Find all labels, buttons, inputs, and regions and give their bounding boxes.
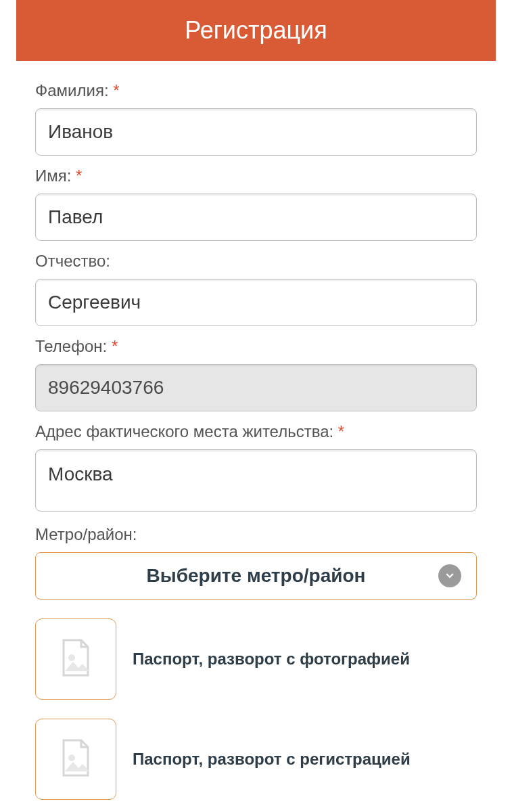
label-metro: Метро/район:	[35, 525, 477, 544]
required-marker: *	[112, 337, 118, 355]
field-surname: Фамилия: *	[35, 81, 477, 156]
image-placeholder-icon	[54, 636, 97, 682]
page: Регистрация Фамилия: * Имя: *	[0, 0, 512, 812]
label-surname-text: Фамилия:	[35, 81, 109, 99]
upload-passport-photo-label: Паспорт, разворот с фотографией	[133, 650, 410, 669]
dropdown-metro-placeholder: Выберите метро/район	[147, 565, 366, 586]
dropdown-metro[interactable]: Выберите метро/район	[35, 552, 477, 600]
required-marker: *	[113, 81, 119, 99]
image-placeholder-icon	[54, 736, 97, 782]
svg-point-0	[68, 654, 75, 661]
field-name: Имя: *	[35, 166, 477, 241]
label-metro-text: Метро/район:	[35, 525, 137, 543]
label-phone: Телефон: *	[35, 337, 477, 356]
input-patronymic[interactable]	[35, 279, 477, 326]
field-phone: Телефон: *	[35, 337, 477, 411]
input-surname[interactable]	[35, 108, 477, 156]
scroll-area[interactable]: Регистрация Фамилия: * Имя: *	[0, 0, 512, 812]
label-address: Адрес фактического места жительства: *	[35, 422, 477, 441]
upload-passport-photo[interactable]	[35, 618, 116, 700]
chevron-down-icon	[438, 564, 461, 587]
label-surname: Фамилия: *	[35, 81, 477, 100]
upload-passport-reg[interactable]	[35, 719, 116, 800]
label-phone-text: Телефон:	[35, 337, 107, 355]
upload-passport-photo-row: Паспорт, разворот с фотографией	[35, 618, 477, 700]
label-name: Имя: *	[35, 166, 477, 185]
label-patronymic: Отчество:	[35, 252, 477, 271]
label-patronymic-text: Отчество:	[35, 252, 110, 270]
input-name[interactable]	[35, 194, 477, 241]
field-patronymic: Отчество:	[35, 252, 477, 326]
spacer	[35, 800, 477, 812]
svg-point-1	[68, 754, 75, 761]
input-address[interactable]	[35, 449, 477, 512]
registration-form: Фамилия: * Имя: * Отчество:	[16, 81, 496, 812]
required-marker: *	[338, 422, 344, 441]
field-metro: Метро/район: Выберите метро/район	[35, 525, 477, 600]
label-name-text: Имя:	[35, 166, 71, 185]
upload-passport-reg-row: Паспорт, разворот с регистрацией	[35, 719, 477, 800]
label-address-text: Адрес фактического места жительства:	[35, 422, 333, 441]
field-address: Адрес фактического места жительства: *	[35, 422, 477, 514]
input-phone	[35, 364, 477, 411]
required-marker: *	[76, 166, 82, 185]
page-title: Регистрация	[16, 0, 496, 61]
upload-passport-reg-label: Паспорт, разворот с регистрацией	[133, 750, 411, 769]
